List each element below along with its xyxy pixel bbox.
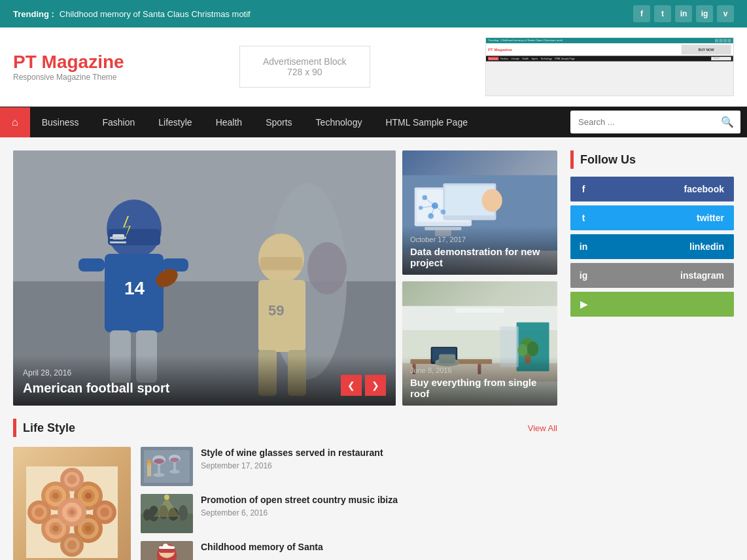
linkedin-follow-button[interactable]: in linkedin [570,234,734,259]
nav-bar: ⌂ Business Fashion Lifestyle Health Spor… [0,107,747,137]
article-item-3: Childhood memory of Santa [141,541,557,560]
svg-point-81 [100,508,109,517]
hero-card-tech-date: October 17, 2017 [410,236,549,243]
lifestyle-articles: Style of wine glasses served in restaura… [141,447,557,560]
social-top-icons: f t in ig v [633,5,734,22]
article-title-1: Style of wine glasses served in restaura… [201,447,557,459]
linkedin-follow-label: linkedin [597,234,734,259]
nav-html-sample[interactable]: HTML Sample Page [373,108,479,137]
linkedin-top-icon[interactable]: in [675,5,692,22]
svg-rect-8 [110,241,126,243]
hero-prev-button[interactable]: ❮ [341,375,362,396]
svg-rect-13 [162,258,188,271]
svg-point-99 [169,470,180,474]
trending-article: Childhood memory of Santa Claus Christma… [60,9,251,19]
article-info-3: Childhood memory of Santa [201,541,557,555]
twitter-follow-icon: t [570,205,597,230]
svg-rect-7 [110,237,126,239]
hero-card-tech-overlay: October 17, 2017 Data demonstration for … [402,226,557,275]
twitter-follow-button[interactable]: t twitter [570,205,734,230]
ad-title: Advertisement Block [260,56,350,67]
hero-section: 14 59 [13,150,557,406]
facebook-top-icon[interactable]: f [633,5,650,22]
article-title-3: Childhood memory of Santa [201,541,557,553]
search-input[interactable] [570,112,714,132]
instagram-follow-button[interactable]: ig instagram [570,263,734,288]
nav-fashion[interactable]: Fashion [90,108,147,137]
nav-technology[interactable]: Technology [304,108,374,137]
nav-lifestyle[interactable]: Lifestyle [147,108,203,137]
street-thumb-svg [141,494,193,533]
svg-rect-12 [78,258,105,271]
header-preview: Trending : Childhood memory of Santa Cla… [485,37,734,96]
facebook-follow-button[interactable]: f facebook [570,177,734,201]
lifestyle-title: Life Style [23,421,75,435]
follow-title-wrap: Follow Us [570,150,734,169]
hero-card-tech-title: Data demonstration for new project [410,246,549,268]
hero-main-date: April 28, 2016 [23,368,386,377]
svg-point-103 [147,459,151,466]
search-button[interactable]: 🔍 [714,111,740,133]
nav-items: Business Fashion Lifestyle Health Sports… [30,108,564,137]
svg-point-3 [307,242,347,294]
lifestyle-section: Life Style View All [13,419,557,560]
hero-side-cards: October 17, 2017 Data demonstration for … [402,150,557,406]
follow-section: Follow Us f facebook t twitter in linked… [570,150,734,317]
home-button[interactable]: ⌂ [0,107,30,137]
search-icon: 🔍 [721,116,734,128]
hero-next-button[interactable]: ❯ [365,375,386,396]
nav-health[interactable]: Health [204,108,254,137]
preview-nav: Business Fashion Lifestyle Health Sports… [486,56,733,61]
hero-card-office-date: June 8, 2016 [410,366,549,374]
svg-point-101 [170,458,179,463]
svg-point-119 [163,544,168,549]
vimeo-top-icon[interactable]: v [717,5,734,22]
twitter-top-icon[interactable]: t [654,5,671,22]
wine-thumb-svg [141,447,193,486]
green-follow-button[interactable]: ▶ [570,292,734,317]
nav-business[interactable]: Business [30,108,91,137]
instagram-follow-label: instagram [597,263,734,288]
svg-point-75 [85,525,92,532]
svg-rect-98 [173,462,176,471]
hero-main-overlay: April 28, 2016 American football sport [13,355,396,406]
search-box[interactable]: 🔍 [570,111,740,133]
instagram-top-icon[interactable]: ig [696,5,713,22]
svg-point-112 [164,495,169,500]
svg-point-57 [518,343,528,356]
article-thumb-2 [141,494,193,533]
logo-title[interactable]: PT Magazine [13,52,124,73]
content-left: 14 59 [13,150,557,560]
svg-text:14: 14 [124,278,145,298]
article-date-2: September 6, 2016 [201,508,557,517]
svg-rect-18 [260,257,302,270]
lifestyle-title-wrap: Life Style [13,419,75,437]
preview-logo-area: PT Magazine BUY NOW [486,43,733,56]
svg-rect-42 [455,307,504,312]
green-follow-icon: ▶ [570,292,597,317]
ad-block: Advertisement Block 728 x 90 [239,46,370,88]
facebook-follow-label: facebook [597,177,734,201]
article-item-1: Style of wine glasses served in restaura… [141,447,557,486]
facebook-follow-icon: f [570,177,597,201]
view-all-link[interactable]: View All [528,423,557,433]
hero-main-title: American football sport [23,381,386,396]
lifestyle-header: Life Style View All [13,419,557,437]
twitter-follow-label: twitter [597,205,734,230]
hero-card-office-overlay: June 8, 2016 Buy everything from single … [402,357,557,406]
instagram-follow-icon: ig [570,263,597,288]
article-title-2: Promotion of open street country music i… [201,494,557,506]
svg-text:59: 59 [268,302,284,319]
svg-point-96 [153,473,165,477]
nav-sports[interactable]: Sports [254,108,304,137]
svg-point-58 [527,341,538,356]
hero-nav-buttons: ❮ ❯ [341,375,386,396]
lifestyle-main-image [13,447,131,560]
lifestyle-pastry-bg [13,447,131,560]
article-date-1: September 17, 2016 [201,461,557,470]
logo-subtitle: Responsive Magazine Theme [13,73,124,82]
hero-main: 14 59 [13,150,396,406]
svg-point-91 [69,510,75,515]
svg-point-109 [179,505,188,521]
linkedin-follow-icon: in [570,234,597,259]
